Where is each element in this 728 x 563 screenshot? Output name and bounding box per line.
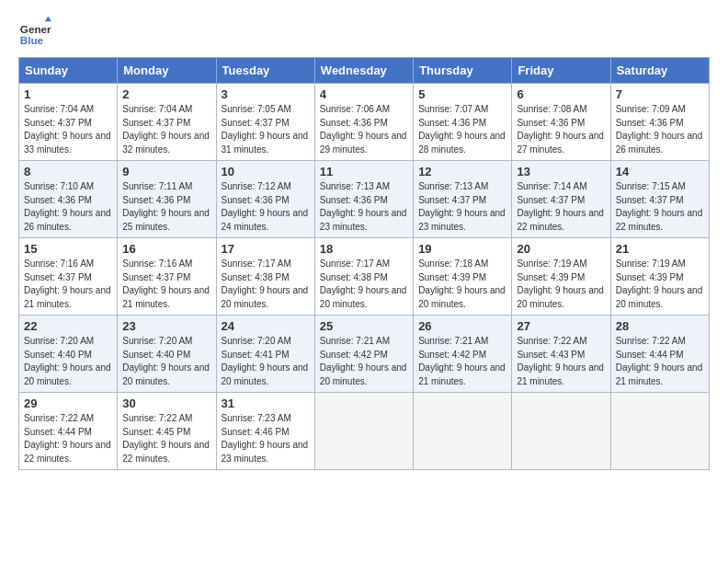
calendar-day-cell: 17 Sunrise: 7:17 AMSunset: 4:38 PMDaylig… bbox=[216, 238, 314, 316]
day-detail: Sunrise: 7:05 AMSunset: 4:37 PMDaylight:… bbox=[222, 104, 309, 155]
day-number: 27 bbox=[517, 319, 605, 333]
day-detail: Sunrise: 7:06 AMSunset: 4:36 PMDaylight:… bbox=[320, 104, 407, 155]
day-number: 8 bbox=[24, 165, 112, 178]
calendar-day-cell: 3 Sunrise: 7:05 AMSunset: 4:37 PMDayligh… bbox=[216, 84, 314, 161]
calendar-week-row: 1 Sunrise: 7:04 AMSunset: 4:37 PMDayligh… bbox=[19, 84, 710, 161]
day-number: 23 bbox=[122, 319, 210, 333]
day-number: 21 bbox=[616, 242, 704, 256]
day-detail: Sunrise: 7:08 AMSunset: 4:36 PMDaylight:… bbox=[517, 104, 604, 155]
calendar-day-cell: 22 Sunrise: 7:20 AMSunset: 4:40 PMDaylig… bbox=[19, 316, 118, 393]
day-detail: Sunrise: 7:13 AMSunset: 4:37 PMDaylight:… bbox=[418, 181, 506, 232]
calendar-day-cell: 28 Sunrise: 7:22 AMSunset: 4:44 PMDaylig… bbox=[610, 316, 709, 393]
calendar-day-cell: 2 Sunrise: 7:04 AMSunset: 4:37 PMDayligh… bbox=[118, 84, 216, 161]
svg-marker-2 bbox=[45, 17, 51, 21]
calendar-day-cell bbox=[512, 393, 610, 470]
day-number: 6 bbox=[517, 87, 605, 101]
day-number: 19 bbox=[418, 242, 506, 256]
day-detail: Sunrise: 7:20 AMSunset: 4:40 PMDaylight:… bbox=[24, 336, 111, 386]
day-number: 26 bbox=[418, 319, 506, 333]
calendar-day-cell bbox=[414, 393, 512, 470]
calendar-day-cell bbox=[610, 393, 709, 470]
day-number: 25 bbox=[320, 319, 408, 333]
day-detail: Sunrise: 7:20 AMSunset: 4:40 PMDaylight:… bbox=[122, 336, 210, 386]
day-detail: Sunrise: 7:10 AMSunset: 4:36 PMDaylight:… bbox=[24, 181, 111, 232]
svg-text:Blue: Blue bbox=[20, 34, 44, 46]
day-number: 31 bbox=[222, 396, 310, 410]
day-number: 15 bbox=[24, 242, 112, 256]
calendar-day-cell: 29 Sunrise: 7:22 AMSunset: 4:44 PMDaylig… bbox=[19, 393, 118, 470]
calendar-day-cell: 15 Sunrise: 7:16 AMSunset: 4:37 PMDaylig… bbox=[19, 238, 118, 316]
day-detail: Sunrise: 7:19 AMSunset: 4:39 PMDaylight:… bbox=[616, 259, 703, 309]
calendar-day-cell: 31 Sunrise: 7:23 AMSunset: 4:46 PMDaylig… bbox=[216, 393, 314, 470]
day-number: 24 bbox=[222, 319, 310, 333]
calendar-day-cell: 14 Sunrise: 7:15 AMSunset: 4:37 PMDaylig… bbox=[610, 161, 709, 238]
day-number: 20 bbox=[517, 242, 605, 256]
day-detail: Sunrise: 7:16 AMSunset: 4:37 PMDaylight:… bbox=[24, 259, 111, 309]
calendar-day-cell: 1 Sunrise: 7:04 AMSunset: 4:37 PMDayligh… bbox=[19, 84, 118, 161]
day-number: 5 bbox=[418, 87, 506, 101]
calendar-day-cell: 4 Sunrise: 7:06 AMSunset: 4:36 PMDayligh… bbox=[314, 84, 413, 161]
day-detail: Sunrise: 7:11 AMSunset: 4:36 PMDaylight:… bbox=[122, 181, 210, 232]
calendar-day-cell: 16 Sunrise: 7:16 AMSunset: 4:37 PMDaylig… bbox=[118, 238, 216, 316]
day-detail: Sunrise: 7:12 AMSunset: 4:36 PMDaylight:… bbox=[222, 181, 309, 232]
day-number: 12 bbox=[418, 165, 506, 178]
day-detail: Sunrise: 7:16 AMSunset: 4:37 PMDaylight:… bbox=[122, 259, 210, 309]
calendar-day-cell: 11 Sunrise: 7:13 AMSunset: 4:36 PMDaylig… bbox=[314, 161, 413, 238]
day-number: 9 bbox=[122, 165, 210, 178]
calendar-day-cell: 13 Sunrise: 7:14 AMSunset: 4:37 PMDaylig… bbox=[512, 161, 610, 238]
day-number: 10 bbox=[222, 165, 310, 178]
calendar-day-cell: 5 Sunrise: 7:07 AMSunset: 4:36 PMDayligh… bbox=[414, 84, 512, 161]
calendar-day-cell: 21 Sunrise: 7:19 AMSunset: 4:39 PMDaylig… bbox=[610, 238, 709, 316]
calendar-week-row: 22 Sunrise: 7:20 AMSunset: 4:40 PMDaylig… bbox=[19, 316, 710, 393]
calendar-day-cell: 25 Sunrise: 7:21 AMSunset: 4:42 PMDaylig… bbox=[314, 316, 413, 393]
calendar-week-row: 8 Sunrise: 7:10 AMSunset: 4:36 PMDayligh… bbox=[19, 161, 710, 238]
day-detail: Sunrise: 7:23 AMSunset: 4:46 PMDaylight:… bbox=[222, 413, 309, 464]
day-detail: Sunrise: 7:19 AMSunset: 4:39 PMDaylight:… bbox=[517, 259, 604, 309]
logo: General Blue bbox=[18, 15, 55, 48]
day-detail: Sunrise: 7:18 AMSunset: 4:39 PMDaylight:… bbox=[418, 259, 506, 309]
day-number: 16 bbox=[122, 242, 210, 256]
day-detail: Sunrise: 7:21 AMSunset: 4:42 PMDaylight:… bbox=[418, 336, 506, 386]
day-number: 18 bbox=[320, 242, 408, 256]
day-detail: Sunrise: 7:13 AMSunset: 4:36 PMDaylight:… bbox=[320, 181, 407, 232]
day-number: 1 bbox=[24, 87, 112, 101]
calendar-day-header: Thursday bbox=[414, 58, 512, 84]
day-number: 3 bbox=[222, 87, 310, 101]
calendar-day-cell: 30 Sunrise: 7:22 AMSunset: 4:45 PMDaylig… bbox=[118, 393, 216, 470]
calendar-day-header: Wednesday bbox=[314, 58, 413, 84]
day-detail: Sunrise: 7:07 AMSunset: 4:36 PMDaylight:… bbox=[418, 104, 506, 155]
calendar-day-header: Friday bbox=[512, 58, 610, 84]
day-number: 29 bbox=[24, 396, 112, 410]
calendar-day-cell: 23 Sunrise: 7:20 AMSunset: 4:40 PMDaylig… bbox=[118, 316, 216, 393]
day-detail: Sunrise: 7:04 AMSunset: 4:37 PMDaylight:… bbox=[122, 104, 210, 155]
day-detail: Sunrise: 7:22 AMSunset: 4:44 PMDaylight:… bbox=[24, 413, 111, 464]
day-detail: Sunrise: 7:15 AMSunset: 4:37 PMDaylight:… bbox=[616, 181, 703, 232]
day-number: 22 bbox=[24, 319, 112, 333]
calendar-day-cell: 20 Sunrise: 7:19 AMSunset: 4:39 PMDaylig… bbox=[512, 238, 610, 316]
calendar-day-cell: 26 Sunrise: 7:21 AMSunset: 4:42 PMDaylig… bbox=[414, 316, 512, 393]
calendar-day-cell: 8 Sunrise: 7:10 AMSunset: 4:36 PMDayligh… bbox=[19, 161, 118, 238]
calendar-table: SundayMondayTuesdayWednesdayThursdayFrid… bbox=[18, 57, 710, 470]
day-detail: Sunrise: 7:22 AMSunset: 4:45 PMDaylight:… bbox=[122, 413, 210, 464]
calendar-day-header: Monday bbox=[118, 58, 216, 84]
day-number: 14 bbox=[616, 165, 704, 178]
calendar-day-cell: 12 Sunrise: 7:13 AMSunset: 4:37 PMDaylig… bbox=[414, 161, 512, 238]
calendar-day-cell: 6 Sunrise: 7:08 AMSunset: 4:36 PMDayligh… bbox=[512, 84, 610, 161]
calendar-header-row: SundayMondayTuesdayWednesdayThursdayFrid… bbox=[19, 58, 710, 84]
day-number: 30 bbox=[122, 396, 210, 410]
day-number: 13 bbox=[517, 165, 605, 178]
day-number: 7 bbox=[616, 87, 704, 101]
logo-icon: General Blue bbox=[18, 15, 51, 48]
calendar-day-cell: 27 Sunrise: 7:22 AMSunset: 4:43 PMDaylig… bbox=[512, 316, 610, 393]
day-detail: Sunrise: 7:22 AMSunset: 4:44 PMDaylight:… bbox=[616, 336, 703, 386]
calendar-week-row: 29 Sunrise: 7:22 AMSunset: 4:44 PMDaylig… bbox=[19, 393, 710, 470]
calendar-day-cell bbox=[314, 393, 413, 470]
calendar-day-cell: 18 Sunrise: 7:17 AMSunset: 4:38 PMDaylig… bbox=[314, 238, 413, 316]
calendar-day-header: Tuesday bbox=[216, 58, 314, 84]
calendar-day-header: Saturday bbox=[610, 58, 709, 84]
day-number: 2 bbox=[122, 87, 210, 101]
day-number: 4 bbox=[320, 87, 408, 101]
calendar-day-cell: 7 Sunrise: 7:09 AMSunset: 4:36 PMDayligh… bbox=[610, 84, 709, 161]
day-detail: Sunrise: 7:04 AMSunset: 4:37 PMDaylight:… bbox=[24, 104, 111, 155]
calendar-day-header: Sunday bbox=[19, 58, 118, 84]
